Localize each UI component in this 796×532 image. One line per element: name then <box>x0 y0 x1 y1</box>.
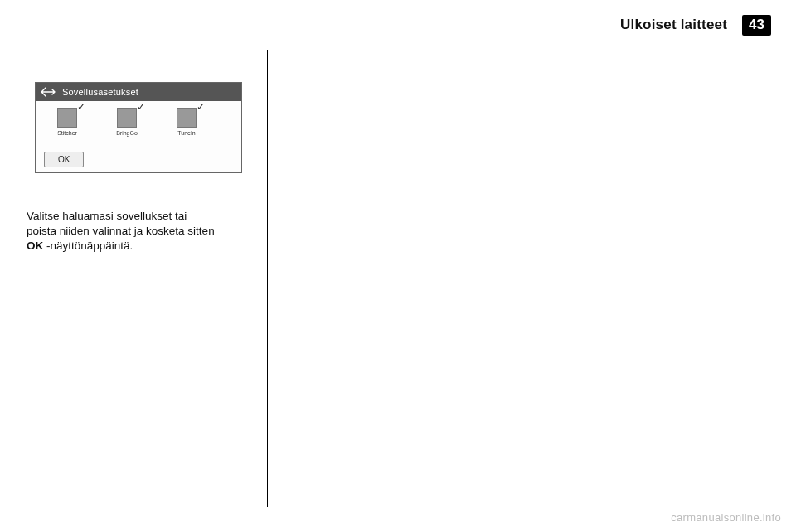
ok-row: OK <box>44 152 233 167</box>
left-column: Sovellusasetukset ✓ Stitcher <box>27 50 267 507</box>
back-icon[interactable] <box>41 86 56 98</box>
app-icon <box>177 108 197 128</box>
app-label: TuneIn <box>177 130 196 136</box>
right-column <box>268 50 769 507</box>
checkmark-icon: ✓ <box>77 103 85 111</box>
text-line: poista niiden valinnat ja kosketa sitten <box>27 225 215 237</box>
device-screen: Sovellusasetukset ✓ Stitcher <box>35 82 242 173</box>
device-title: Sovellusasetukset <box>62 87 138 97</box>
device-body: ✓ Stitcher ✓ BringGo <box>36 101 241 172</box>
page-number: 43 <box>742 15 771 36</box>
app-item-stitcher[interactable]: ✓ Stitcher <box>49 108 85 136</box>
manual-page: Ulkoiset laitteet 43 Sovellusasetukset <box>0 0 796 532</box>
app-icon <box>117 108 137 128</box>
section-title: Ulkoiset laitteet <box>620 17 727 33</box>
watermark: carmanualsonline.info <box>671 511 781 524</box>
ok-button[interactable]: OK <box>44 152 84 167</box>
app-icon <box>57 108 77 128</box>
app-icon-wrap: ✓ <box>57 108 77 128</box>
app-label: BringGo <box>116 130 138 136</box>
app-icon-wrap: ✓ <box>177 108 197 128</box>
checkmark-icon: ✓ <box>197 103 205 111</box>
text-line: ‑näyttönäppäintä. <box>43 239 133 252</box>
device-titlebar: Sovellusasetukset <box>36 83 241 101</box>
app-label: Stitcher <box>57 130 77 136</box>
page-header: Ulkoiset laitteet 43 <box>620 15 771 36</box>
device-screenshot: Sovellusasetukset ✓ Stitcher <box>27 58 250 197</box>
app-item-bringgo[interactable]: ✓ BringGo <box>109 108 145 136</box>
ok-keyword: OK <box>27 239 43 252</box>
checkmark-icon: ✓ <box>137 103 145 111</box>
content-columns: Sovellusasetukset ✓ Stitcher <box>27 50 769 507</box>
apps-row: ✓ Stitcher ✓ BringGo <box>44 108 233 136</box>
app-item-tunein[interactable]: ✓ TuneIn <box>168 108 205 136</box>
instruction-text: Valitse haluamasi sovellukset tai poista… <box>27 209 252 254</box>
text-line: Valitse haluamasi sovellukset tai <box>27 210 187 222</box>
app-icon-wrap: ✓ <box>117 108 137 128</box>
